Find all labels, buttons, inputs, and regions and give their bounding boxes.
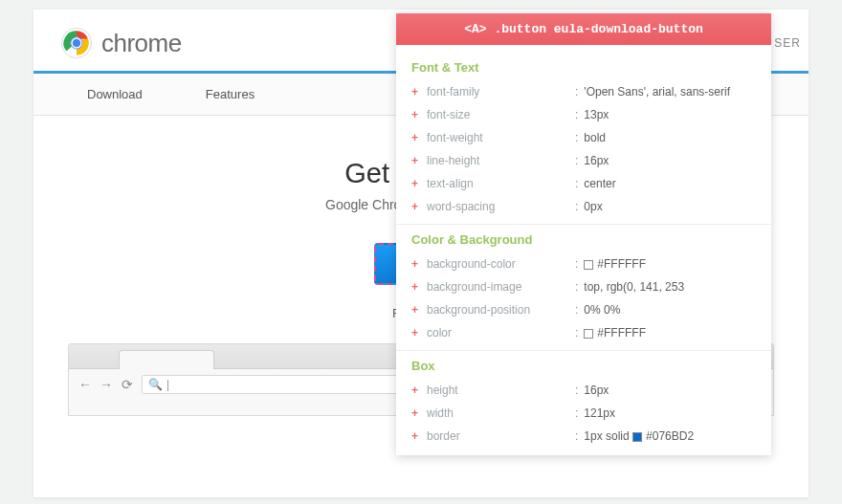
nav-download[interactable]: Download bbox=[60, 74, 179, 115]
prop-name: background-position bbox=[427, 301, 575, 318]
prop-value: 16px bbox=[584, 154, 609, 167]
expand-icon[interactable]: + bbox=[411, 106, 427, 123]
prop-name: height bbox=[427, 382, 575, 399]
section-title-box: Box bbox=[411, 351, 760, 379]
prop-row[interactable]: +background-image:top, rgb(0, 141, 253 bbox=[411, 275, 760, 298]
chrome-icon bbox=[60, 27, 93, 59]
prop-value: top, rgb(0, 141, 253 bbox=[584, 280, 684, 294]
expand-icon[interactable]: + bbox=[411, 301, 427, 318]
expand-icon[interactable]: + bbox=[411, 129, 427, 146]
prop-row[interactable]: +color:#FFFFFF bbox=[411, 321, 760, 344]
expand-icon[interactable]: + bbox=[411, 255, 427, 273]
color-swatch bbox=[632, 432, 642, 442]
section-title-color: Color & Background bbox=[411, 225, 760, 252]
reload-icon[interactable]: ⟳ bbox=[121, 377, 134, 392]
prop-value: 0% 0% bbox=[584, 303, 620, 317]
header-badge: SER bbox=[774, 36, 809, 50]
expand-icon[interactable]: + bbox=[411, 83, 427, 100]
prop-value: 16px bbox=[584, 383, 609, 397]
expand-icon[interactable]: + bbox=[411, 324, 427, 341]
prop-value: 1px solid bbox=[584, 429, 629, 443]
prop-value: center bbox=[584, 177, 615, 190]
prop-row[interactable]: +border:1px solid #076BD2 bbox=[411, 425, 760, 448]
nav-features[interactable]: Features bbox=[179, 74, 291, 115]
prop-row[interactable]: +width:121px bbox=[411, 402, 760, 425]
prop-value: bold bbox=[584, 131, 606, 144]
svg-point-2 bbox=[72, 38, 81, 48]
inspector-selector-header: <A> .button eula-download-button bbox=[396, 13, 771, 45]
prop-name: word-spacing bbox=[427, 198, 575, 215]
prop-name: width bbox=[427, 405, 575, 422]
prop-name: font-size bbox=[427, 106, 575, 123]
prop-value: #FFFFFF bbox=[597, 326, 646, 340]
expand-icon[interactable]: + bbox=[411, 405, 427, 422]
search-icon: 🔍 bbox=[148, 378, 163, 391]
prop-row[interactable]: +height:16px bbox=[411, 379, 760, 402]
prop-row[interactable]: +font-weight:bold bbox=[411, 126, 760, 149]
prop-value: 0px bbox=[584, 200, 602, 213]
prop-row[interactable]: +word-spacing:0px bbox=[411, 195, 760, 218]
prop-row[interactable]: +background-position:0% 0% bbox=[411, 298, 760, 321]
prop-value: 121px bbox=[584, 406, 615, 420]
brand-text: chrome bbox=[101, 29, 182, 58]
address-cursor: | bbox=[166, 378, 169, 391]
expand-icon[interactable]: + bbox=[411, 198, 427, 215]
chrome-logo: chrome bbox=[60, 27, 182, 59]
css-inspector-panel: <A> .button eula-download-button Font & … bbox=[396, 13, 771, 455]
prop-name: line-height bbox=[427, 152, 575, 169]
prop-name: background-color bbox=[427, 255, 575, 273]
prop-value: 'Open Sans', arial, sans-serif bbox=[584, 85, 730, 99]
section-title-font: Font & Text bbox=[411, 53, 760, 80]
prop-row[interactable]: +text-align:center bbox=[411, 172, 760, 195]
prop-row[interactable]: +font-family:'Open Sans', arial, sans-se… bbox=[411, 80, 760, 103]
expand-icon[interactable]: + bbox=[411, 278, 427, 296]
back-icon[interactable]: ← bbox=[78, 377, 92, 392]
expand-icon[interactable]: + bbox=[411, 152, 427, 169]
color-swatch bbox=[584, 260, 593, 270]
expand-icon[interactable]: + bbox=[411, 175, 427, 192]
prop-value: 13px bbox=[584, 108, 609, 121]
prop-name: font-family bbox=[427, 83, 575, 100]
expand-icon[interactable]: + bbox=[411, 427, 427, 445]
prop-value-2: #076BD2 bbox=[646, 429, 694, 443]
prop-value: #FFFFFF bbox=[597, 257, 646, 271]
prop-row[interactable]: +background-color:#FFFFFF bbox=[411, 252, 760, 275]
prop-name: background-image bbox=[427, 278, 575, 296]
prop-row[interactable]: +font-size:13px bbox=[411, 103, 760, 126]
prop-row[interactable]: +line-height:16px bbox=[411, 149, 760, 172]
browser-tab bbox=[119, 350, 214, 369]
color-swatch bbox=[584, 329, 593, 339]
forward-icon[interactable]: → bbox=[100, 377, 113, 392]
prop-name: border bbox=[427, 427, 575, 445]
expand-icon[interactable]: + bbox=[411, 382, 427, 399]
prop-name: font-weight bbox=[427, 129, 575, 146]
prop-name: text-align bbox=[427, 175, 575, 192]
prop-name: color bbox=[427, 324, 575, 341]
